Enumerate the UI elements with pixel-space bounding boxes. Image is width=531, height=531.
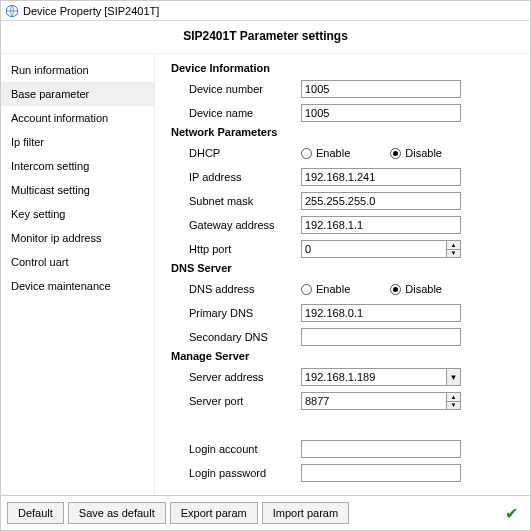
dns-address-label: DNS address xyxy=(171,283,301,295)
ip-address-input[interactable] xyxy=(301,168,461,186)
globe-icon xyxy=(5,4,19,18)
sidebar-item-device-maintenance[interactable]: Device maintenance xyxy=(1,274,154,298)
http-port-input[interactable] xyxy=(301,240,461,258)
sidebar-item-monitor-ip-address[interactable]: Monitor ip address xyxy=(1,226,154,250)
sidebar-item-label: Monitor ip address xyxy=(11,232,102,244)
content-panel: Device Information Device number Device … xyxy=(155,54,530,495)
radio-icon xyxy=(390,284,401,295)
login-password-input[interactable] xyxy=(301,464,461,482)
body: Run information Base parameter Account i… xyxy=(1,53,530,495)
server-address-input[interactable] xyxy=(301,368,461,386)
radio-icon xyxy=(390,148,401,159)
sidebar-item-ip-filter[interactable]: Ip filter xyxy=(1,130,154,154)
sidebar-item-label: Base parameter xyxy=(11,88,89,100)
dhcp-enable-radio[interactable]: Enable xyxy=(301,147,350,159)
dhcp-disable-radio[interactable]: Disable xyxy=(390,147,442,159)
dhcp-label: DHCP xyxy=(171,147,301,159)
sidebar-item-label: Account information xyxy=(11,112,108,124)
section-device-information: Device Information xyxy=(171,62,520,74)
radio-text: Enable xyxy=(316,147,350,159)
sidebar-item-key-setting[interactable]: Key setting xyxy=(1,202,154,226)
sidebar-item-label: Device maintenance xyxy=(11,280,111,292)
sidebar: Run information Base parameter Account i… xyxy=(1,54,155,495)
device-number-label: Device number xyxy=(171,83,301,95)
sidebar-item-base-parameter[interactable]: Base parameter xyxy=(1,82,154,106)
secondary-dns-input[interactable] xyxy=(301,328,461,346)
server-address-dropdown-icon[interactable]: ▼ xyxy=(446,369,460,385)
page-title: SIP2401T Parameter settings xyxy=(1,21,530,53)
device-property-window: Device Property [SIP2401T] SIP2401T Para… xyxy=(0,0,531,531)
radio-text: Enable xyxy=(316,283,350,295)
http-port-spin-up-icon[interactable]: ▲ xyxy=(446,241,460,249)
subnet-mask-label: Subnet mask xyxy=(171,195,301,207)
server-port-spin-up-icon[interactable]: ▲ xyxy=(446,393,460,401)
sidebar-item-account-information[interactable]: Account information xyxy=(1,106,154,130)
sidebar-item-intercom-setting[interactable]: Intercom setting xyxy=(1,154,154,178)
device-name-label: Device name xyxy=(171,107,301,119)
section-dns-server: DNS Server xyxy=(171,262,520,274)
server-address-label: Server address xyxy=(171,371,301,383)
check-icon: ✔ xyxy=(505,504,524,523)
radio-text: Disable xyxy=(405,147,442,159)
export-param-button[interactable]: Export param xyxy=(170,502,258,524)
import-param-button[interactable]: Import param xyxy=(262,502,349,524)
sidebar-item-run-information[interactable]: Run information xyxy=(1,58,154,82)
primary-dns-label: Primary DNS xyxy=(171,307,301,319)
server-port-input[interactable] xyxy=(301,392,461,410)
gateway-address-input[interactable] xyxy=(301,216,461,234)
subnet-mask-input[interactable] xyxy=(301,192,461,210)
sidebar-item-label: Ip filter xyxy=(11,136,44,148)
radio-text: Disable xyxy=(405,283,442,295)
secondary-dns-label: Secondary DNS xyxy=(171,331,301,343)
http-port-spin-down-icon[interactable]: ▼ xyxy=(446,249,460,258)
titlebar: Device Property [SIP2401T] xyxy=(1,1,530,21)
server-port-spin-down-icon[interactable]: ▼ xyxy=(446,401,460,410)
sidebar-item-label: Key setting xyxy=(11,208,65,220)
sidebar-item-label: Multicast setting xyxy=(11,184,90,196)
section-network-parameters: Network Parameters xyxy=(171,126,520,138)
login-account-label: Login account xyxy=(171,443,301,455)
radio-icon xyxy=(301,284,312,295)
sidebar-item-control-uart[interactable]: Control uart xyxy=(1,250,154,274)
sidebar-item-label: Intercom setting xyxy=(11,160,89,172)
device-number-input[interactable] xyxy=(301,80,461,98)
sidebar-item-label: Control uart xyxy=(11,256,68,268)
footer: Default Save as default Export param Imp… xyxy=(1,495,530,530)
save-as-default-button[interactable]: Save as default xyxy=(68,502,166,524)
default-button[interactable]: Default xyxy=(7,502,64,524)
ip-address-label: IP address xyxy=(171,171,301,183)
dns-enable-radio[interactable]: Enable xyxy=(301,283,350,295)
primary-dns-input[interactable] xyxy=(301,304,461,322)
login-password-label: Login password xyxy=(171,467,301,479)
sidebar-item-multicast-setting[interactable]: Multicast setting xyxy=(1,178,154,202)
login-account-input[interactable] xyxy=(301,440,461,458)
dns-disable-radio[interactable]: Disable xyxy=(390,283,442,295)
http-port-label: Http port xyxy=(171,243,301,255)
radio-icon xyxy=(301,148,312,159)
device-name-input[interactable] xyxy=(301,104,461,122)
window-title: Device Property [SIP2401T] xyxy=(23,5,159,17)
server-port-label: Server port xyxy=(171,395,301,407)
gateway-address-label: Gateway address xyxy=(171,219,301,231)
section-manage-server: Manage Server xyxy=(171,350,520,362)
sidebar-item-label: Run information xyxy=(11,64,89,76)
